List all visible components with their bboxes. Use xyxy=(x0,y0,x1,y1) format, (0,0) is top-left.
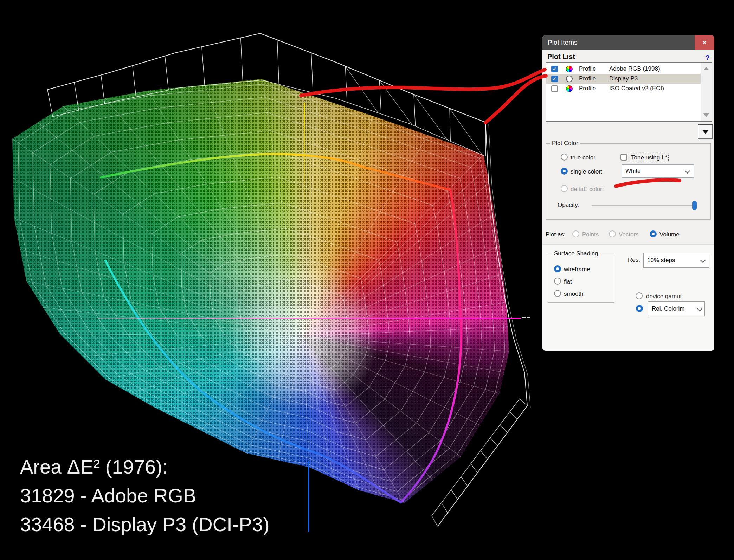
rendering-intent-value: Rel. Colorim xyxy=(652,305,685,312)
deltae-color-radio[interactable] xyxy=(561,185,568,192)
shading-smooth-radio[interactable] xyxy=(554,290,561,297)
area-delta-e-caption: Area ΔE² (1976): 31829 - Adobe RGB 33468… xyxy=(20,452,270,539)
screenshot-root: { "annotation": { "area_title": "Area \u… xyxy=(0,0,734,560)
expand-options-button[interactable] xyxy=(698,125,713,139)
opacity-label: Opacity: xyxy=(558,202,579,209)
plot-list: ✓ Profile Adobe RGB (1998) ✓ Profile Dis… xyxy=(546,62,712,122)
single-color-value: White xyxy=(625,168,640,175)
plot-as-points-radio[interactable] xyxy=(572,230,579,237)
shading-wireframe-label[interactable]: wireframe xyxy=(564,266,590,273)
row-type: Profile xyxy=(579,85,596,92)
row-name: Adobe RGB (1998) xyxy=(609,65,660,72)
plot-as-vectors-label: Vectors xyxy=(619,231,639,238)
plot-list-header: Plot List xyxy=(547,53,575,61)
scroll-down-icon[interactable] xyxy=(703,113,709,117)
color-wheel-icon xyxy=(566,85,573,92)
shading-flat-label[interactable]: flat xyxy=(564,278,572,285)
res-value: 10% steps xyxy=(647,257,675,264)
area-caption-adobe-rgb: 31829 - Adobe RGB xyxy=(20,481,270,510)
surface-shading-label: Surface Shading xyxy=(552,250,600,257)
scroll-up-icon[interactable] xyxy=(703,67,709,70)
plot-as-volume-label: Volume xyxy=(659,231,680,238)
chevron-down-icon xyxy=(685,168,690,174)
panel-divider xyxy=(542,244,714,245)
tone-checkbox[interactable] xyxy=(620,154,627,161)
shading-smooth-label[interactable]: smooth xyxy=(564,291,584,298)
plot-items-dialog: Plot Items × Plot List ? ✓ Profile Adobe… xyxy=(542,35,714,351)
plot-as-points-label: Points xyxy=(582,231,599,238)
dialog-title: Plot Items xyxy=(548,39,577,46)
area-caption-display-p3: 33468 - Display P3 (DCI-P3) xyxy=(20,510,270,539)
circle-outline-icon xyxy=(566,76,573,82)
single-color-select[interactable]: White xyxy=(622,164,694,178)
opacity-slider-track[interactable] xyxy=(592,205,696,206)
list-item-iso-coated[interactable]: Profile ISO Coated v2 (ECI) xyxy=(546,84,701,93)
plot-color-label: Plot Color xyxy=(550,140,580,147)
opacity-slider-thumb[interactable] xyxy=(692,201,697,210)
area-caption-title: Area ΔE² (1976): xyxy=(20,452,270,481)
tone-label[interactable]: Tone using L* xyxy=(630,154,669,162)
checkbox-checked-icon[interactable]: ✓ xyxy=(551,76,558,82)
res-select[interactable]: 10% steps xyxy=(643,253,709,268)
chevron-down-icon xyxy=(700,258,706,263)
list-scrollbar[interactable] xyxy=(701,63,712,121)
row-name: Display P3 xyxy=(609,75,638,82)
dropdown-arrow-icon xyxy=(702,130,709,134)
single-color-label[interactable]: single color: xyxy=(571,168,603,175)
list-item-adobe-rgb[interactable]: ✓ Profile Adobe RGB (1998) xyxy=(546,64,701,74)
rendering-intent-radio[interactable] xyxy=(636,305,643,312)
plot-as-volume-radio[interactable] xyxy=(650,230,657,237)
help-icon[interactable]: ? xyxy=(705,53,710,62)
close-button[interactable]: × xyxy=(695,35,714,50)
row-type: Profile xyxy=(579,65,596,72)
list-item-display-p3[interactable]: ✓ Profile Display P3 xyxy=(546,74,701,84)
rendering-intent-select[interactable]: Rel. Colorim xyxy=(648,301,705,316)
row-type: Profile xyxy=(579,75,596,82)
chevron-down-icon xyxy=(697,306,703,312)
true-color-radio[interactable] xyxy=(561,154,568,161)
dialog-titlebar[interactable]: Plot Items xyxy=(542,35,714,50)
plot-as-vectors-radio[interactable] xyxy=(609,230,616,237)
color-wheel-icon xyxy=(566,66,573,72)
close-icon: × xyxy=(702,39,707,47)
deltae-color-label: deltaE color: xyxy=(571,186,604,193)
true-color-label[interactable]: true color xyxy=(571,154,595,161)
shading-wireframe-radio[interactable] xyxy=(554,265,561,272)
checkbox-checked-icon[interactable]: ✓ xyxy=(551,66,558,72)
row-name: ISO Coated v2 (ECI) xyxy=(609,85,664,92)
plot-as-label: Plot as: xyxy=(546,231,566,238)
device-gamut-label[interactable]: device gamut xyxy=(646,293,682,300)
device-gamut-radio[interactable] xyxy=(636,292,643,299)
shading-flat-radio[interactable] xyxy=(554,278,561,285)
checkbox-unchecked-icon[interactable] xyxy=(551,85,558,92)
res-label: Res: xyxy=(628,256,640,263)
single-color-radio[interactable] xyxy=(561,168,568,175)
